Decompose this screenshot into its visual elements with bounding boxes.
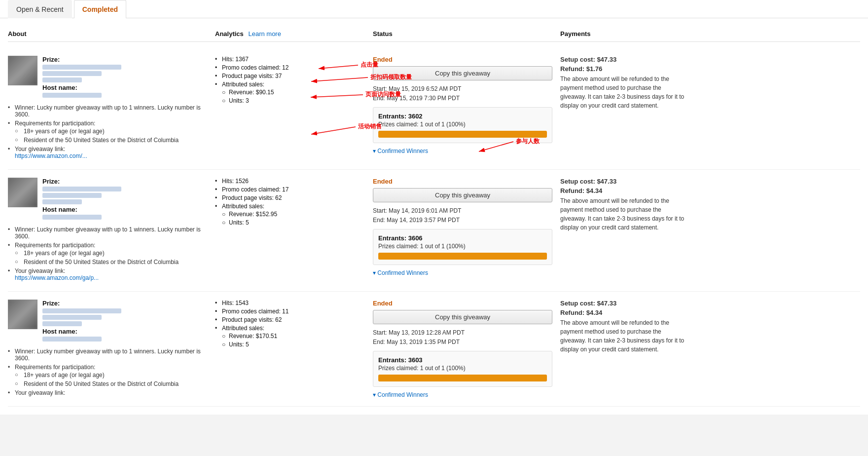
ended-label-3: Ended (373, 300, 552, 307)
units-1: Units: 3 (222, 97, 365, 104)
giveaway-link-item-1: Your giveaway link: https://www.amazon.c… (8, 146, 207, 159)
payments-col-2: Setup cost: $47.33 Refund: $4.34 The abo… (560, 178, 688, 283)
requirements-3: Requirements for participation: 18+ year… (8, 364, 207, 387)
confirmed-winners-1[interactable]: Confirmed Winners (373, 148, 428, 154)
progress-bar-bg-3 (378, 375, 547, 381)
req-1-1: Resident of the 50 United States or the … (15, 137, 207, 144)
about-header: About (8, 30, 215, 38)
copy-giveaway-btn-1[interactable]: Copy this giveaway (373, 66, 552, 80)
ended-label-1: Ended (373, 56, 552, 63)
giveaway-link-2[interactable]: https://www.amazon.com/ga/p... (15, 274, 99, 281)
about-bullets-2: Winner: Lucky number giveaway with up to… (8, 226, 207, 281)
payments-col-3: Setup cost: $47.33 Refund: $4.34 The abo… (560, 300, 688, 398)
attributed-sales-2: Attributed sales: Revenue: $152.95 Units… (215, 203, 365, 226)
prize-bar-sm-2 (42, 193, 102, 198)
status-col-2: Ended Copy this giveaway Start: May 14, … (373, 178, 560, 283)
about-col-3: Prize: Host name: Winner: Lucky number g… (8, 300, 215, 398)
setup-cost-1: Setup cost: $47.33 (560, 56, 688, 63)
product-thumb-1 (8, 56, 37, 85)
analytics-col-2: Hits: 1526 Promo codes claimed: 17 Produ… (215, 178, 373, 283)
revenue-1: Revenue: $90.15 (222, 89, 365, 96)
giveaway-link-item-3: Your giveaway link: (8, 389, 207, 396)
about-bullets-3: Winner: Lucky number giveaway with up to… (8, 348, 207, 396)
copy-giveaway-btn-2[interactable]: Copy this giveaway (373, 188, 552, 202)
prize-label-1: Prize: (42, 56, 207, 63)
confirmed-winners-3[interactable]: Confirmed Winners (373, 391, 428, 398)
payments-col-1: Setup cost: $47.33 Refund: $1.76 The abo… (560, 56, 688, 161)
host-label-3: Host name: (42, 328, 207, 335)
winner-text-2: Winner: Lucky number giveaway with up to… (8, 226, 207, 240)
prize-bar-xs-1 (42, 77, 82, 82)
prize-bar-1 (42, 65, 121, 70)
about-bullets-1: Winner: Lucky number giveaway with up to… (8, 104, 207, 159)
revenue-3: Revenue: $170.51 (222, 333, 365, 340)
product-details-2: Prize: Host name: (42, 178, 207, 221)
entrants-box-1: Entrants: 3602 Prizes claimed: 1 out of … (373, 107, 552, 143)
product-details-3: Prize: Host name: (42, 300, 207, 343)
about-col-2: Prize: Host name: Winner: Lucky number g… (8, 178, 215, 283)
giveaway-link-item-2: Your giveaway link: https://www.amazon.c… (8, 267, 207, 281)
req-2-1: Resident of the 50 United States or the … (15, 259, 207, 266)
prize-label-2: Prize: (42, 178, 207, 185)
req-1-0: 18+ years of age (or legal age) (15, 128, 207, 135)
confirmed-winners-2[interactable]: Confirmed Winners (373, 269, 428, 276)
host-bar-1 (42, 93, 102, 98)
prize-bar-sm-1 (42, 71, 102, 76)
analytics-header: Analytics Learn more (215, 30, 373, 38)
progress-bar-fill-3 (378, 375, 547, 381)
analytics-col-1: Hits: 1367 Promo codes claimed: 12 Produ… (215, 56, 373, 161)
status-header: Status (373, 30, 560, 38)
giveaway-row-3: Prize: Host name: Winner: Lucky number g… (8, 292, 860, 407)
progress-bar-bg-2 (378, 253, 547, 260)
entrants-label-1: Entrants: 3602 (378, 113, 547, 120)
prize-label-3: Prize: (42, 300, 207, 307)
product-thumb-3 (8, 300, 37, 329)
giveaway-link-1[interactable]: https://www.amazon.com/... (15, 152, 87, 159)
product-info-1: Prize: Host name: (8, 56, 207, 99)
date-info-2: Start: May 14, 2019 6:01 AM PDTEnd: May … (373, 206, 552, 225)
requirements-2: Requirements for participation: 18+ year… (8, 242, 207, 266)
refund-amount-3: Refund: $4.34 (560, 309, 688, 316)
date-info-1: Start: May 15, 2019 6:52 AM PDTEnd: May … (373, 84, 552, 103)
refund-amount-2: Refund: $4.34 (560, 187, 688, 194)
entrants-label-3: Entrants: 3603 (378, 356, 547, 364)
giveaway-row-1: Prize: Host name: Winner: Lucky number g… (8, 48, 860, 170)
prize-bar-2 (42, 187, 121, 191)
learn-more-link[interactable]: Learn more (248, 30, 281, 38)
prize-bar-3 (42, 308, 121, 313)
progress-bar-fill-1 (378, 131, 547, 138)
promo-codes-1: Promo codes claimed: 12 (215, 64, 365, 71)
host-bar-2 (42, 215, 102, 220)
hits-2: Hits: 1526 (215, 178, 365, 185)
tabs-bar: Open & Recent Completed (0, 0, 868, 18)
attributed-sales-1: Attributed sales: Revenue: $90.15 Units:… (215, 81, 365, 104)
prize-bar-xs-3 (42, 321, 82, 326)
promo-codes-2: Promo codes claimed: 17 (215, 186, 365, 193)
attributed-sales-3: Attributed sales: Revenue: $170.51 Units… (215, 325, 365, 348)
tab-open-recent[interactable]: Open & Recent (8, 0, 72, 18)
product-info-2: Prize: Host name: (8, 178, 207, 221)
prizes-claimed-2: Prizes claimed: 1 out of 1 (100%) (378, 243, 547, 250)
tab-completed[interactable]: Completed (74, 0, 126, 18)
req-2-0: 18+ years of age (or legal age) (15, 250, 207, 257)
giveaway-list: Prize: Host name: Winner: Lucky number g… (8, 48, 860, 407)
prizes-claimed-1: Prizes claimed: 1 out of 1 (100%) (378, 121, 547, 128)
refund-note-1: The above amount will be refunded to the… (560, 75, 688, 110)
product-info-3: Prize: Host name: (8, 300, 207, 343)
analytics-list-2: Hits: 1526 Promo codes claimed: 17 Produ… (215, 178, 365, 226)
analytics-col-3: Hits: 1543 Promo codes claimed: 11 Produ… (215, 300, 373, 398)
winner-text-1: Winner: Lucky number giveaway with up to… (8, 104, 207, 118)
prize-bar-sm-3 (42, 315, 102, 320)
product-thumb-2 (8, 178, 37, 207)
hits-1: Hits: 1367 (215, 56, 365, 63)
hits-3: Hits: 1543 (215, 300, 365, 306)
payments-header: Payments (560, 30, 688, 38)
date-info-3: Start: May 13, 2019 12:28 AM PDTEnd: May… (373, 328, 552, 347)
ended-label-2: Ended (373, 178, 552, 185)
giveaway-row-2: Prize: Host name: Winner: Lucky number g… (8, 170, 860, 292)
promo-codes-3: Promo codes claimed: 11 (215, 308, 365, 315)
prize-bar-xs-2 (42, 199, 82, 204)
copy-giveaway-btn-3[interactable]: Copy this giveaway (373, 310, 552, 324)
entrants-box-3: Entrants: 3603 Prizes claimed: 1 out of … (373, 351, 552, 387)
setup-cost-2: Setup cost: $47.33 (560, 178, 688, 185)
